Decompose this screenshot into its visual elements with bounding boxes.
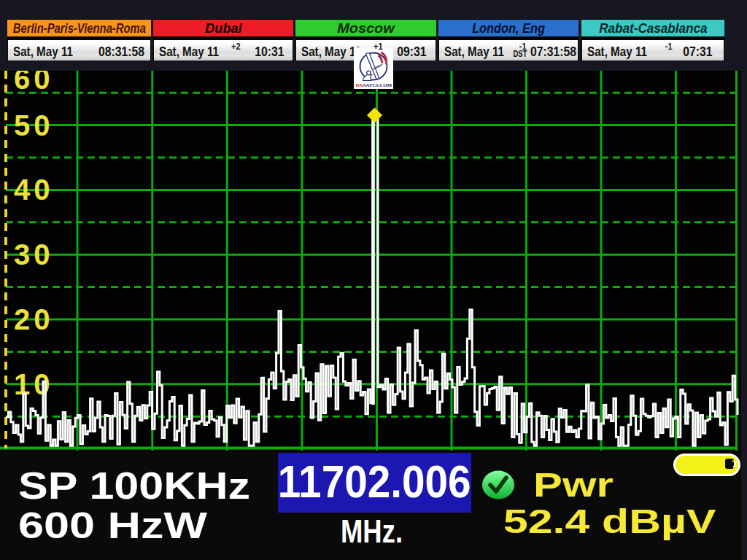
svg-text:30: 30 xyxy=(14,238,54,271)
svg-text:60: 60 xyxy=(14,71,54,95)
svg-text:DXSATCS.COM: DXSATCS.COM xyxy=(356,82,392,88)
svg-text:20: 20 xyxy=(14,303,54,335)
svg-text:50: 50 xyxy=(14,109,54,141)
svg-text:40: 40 xyxy=(14,174,54,206)
svg-text:10: 10 xyxy=(14,368,54,400)
